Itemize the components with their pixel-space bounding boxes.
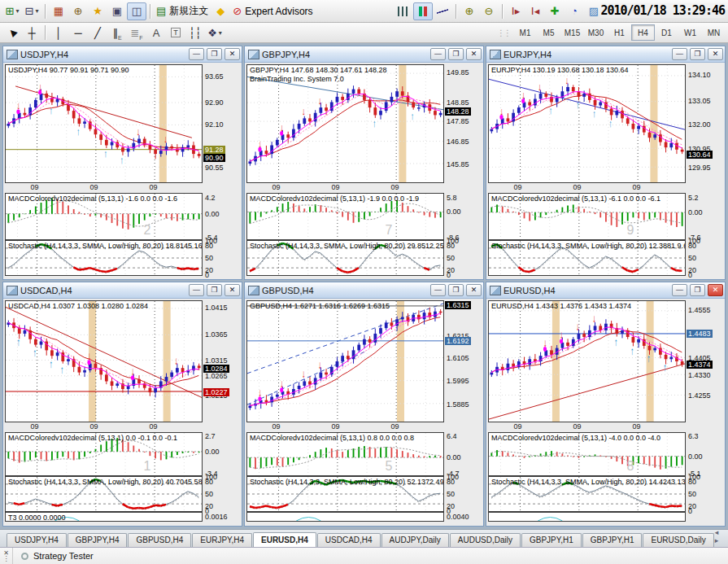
tab-scroll-arrows[interactable]: ◂ ▸ xyxy=(715,528,725,547)
data-window-button[interactable]: ◫ xyxy=(127,2,146,20)
stochastic-indicator-pane[interactable]: Stochastic (H4,14,3,3, SMMA, Low/High, 8… xyxy=(5,476,203,512)
restore-button[interactable]: ❐ xyxy=(448,48,464,60)
window-titlebar-usdjpy[interactable]: USDJPY,H4—❐✕ xyxy=(3,46,242,63)
timeframe-button-h4[interactable]: H4 xyxy=(631,24,655,41)
chart-tab-gbpusd-h4[interactable]: GBPUSD,H4 xyxy=(128,533,191,547)
window-titlebar-gbpjpy[interactable]: GBPJPY,H4—❐✕ xyxy=(245,46,483,63)
chart-tab-eurjpy-h4[interactable]: EURJPY,H4 xyxy=(192,533,252,547)
text-button[interactable]: A xyxy=(146,24,166,42)
metaeditor-button[interactable]: ◆ xyxy=(211,2,230,20)
macd-scale[interactable]: 6.30.00-5.1 xyxy=(686,432,723,476)
price-scale[interactable]: 1.45551.44051.43301.42551.44831.4374 xyxy=(686,300,723,422)
price-chart-pane[interactable]: ↓↓↓↑↓↑↑↑EURJPY,H4 130.19 130.68 130.18 1… xyxy=(488,64,686,183)
price-chart-pane[interactable]: ↓↓↑↑↑↑↓↓USDJPY,H4 90.77 90.91 90.71 90.9… xyxy=(5,64,203,183)
stochastic-scale[interactable]: 1008050200 xyxy=(686,476,723,512)
stochastic-indicator-pane[interactable]: Stochastic (H4,14,3,3, SMMA, Low/High, 8… xyxy=(488,240,686,276)
macd-scale[interactable]: 6.40.00-4.7 xyxy=(444,432,482,476)
zoom-out-button[interactable]: ⊖ xyxy=(479,2,499,20)
minimize-button[interactable]: — xyxy=(189,284,204,296)
t3-scale[interactable] xyxy=(686,512,723,522)
stochastic-scale[interactable]: 1008050200 xyxy=(203,476,240,512)
time-axis[interactable]: 090909 xyxy=(246,183,444,193)
timeframe-button-m15[interactable]: M15 xyxy=(560,24,584,41)
panel-close-button[interactable]: ✕⋮ xyxy=(0,548,13,564)
macd-indicator-pane[interactable]: MACDColoredv102decimal (5,13,1) -1.6 0.0… xyxy=(5,193,203,240)
window-titlebar-gbpusd[interactable]: GBPUSD,H4—❐✕ xyxy=(245,282,483,299)
close-button[interactable]: ✕ xyxy=(225,284,240,296)
t3-scale[interactable]: 0.0016 xyxy=(203,512,240,522)
chart-tab-audusd-daily[interactable]: AUDUSD,Daily xyxy=(450,533,521,547)
profiles-button[interactable]: ⊟▾ xyxy=(22,2,41,20)
vertical-line-button[interactable]: │ xyxy=(49,24,68,42)
stochastic-indicator-pane[interactable]: Stochastic (H4,14,3,3, SMMA, Low/High, 8… xyxy=(5,240,203,276)
stochastic-indicator-pane[interactable]: Stochastic (H4,14,3,3, SMMA, Low/High, 8… xyxy=(246,476,444,512)
macd-scale[interactable]: 4.20.00-5.4 xyxy=(203,193,240,240)
new-order-button[interactable]: ▤新規注文 xyxy=(154,2,211,20)
timeframe-button-d1[interactable]: D1 xyxy=(655,24,678,41)
text-label-button[interactable]: T xyxy=(166,24,185,42)
t3-indicator-pane[interactable]: T3 0.0000 0.0000 xyxy=(5,512,203,522)
chart-tab-gbpjpy-h4[interactable]: GBPJPY,H4 xyxy=(68,533,128,547)
line-chart-button[interactable] xyxy=(433,2,452,20)
stochastic-scale[interactable]: 1008050200 xyxy=(203,240,240,276)
crosshair-button[interactable]: ┼ xyxy=(22,24,41,42)
minimize-button[interactable]: — xyxy=(430,284,446,296)
timeframe-button-h1[interactable]: H1 xyxy=(608,24,631,41)
restore-button[interactable]: ❐ xyxy=(207,48,222,60)
timeframe-button-m5[interactable]: M5 xyxy=(537,24,560,41)
close-button[interactable]: ✕ xyxy=(225,48,240,60)
time-axis[interactable]: 090909 xyxy=(5,183,203,193)
chart-tab-eurusd-h4[interactable]: EURUSD,H4 xyxy=(253,532,316,547)
restore-button[interactable]: ❐ xyxy=(690,48,705,60)
arrows-button[interactable]: ❖▾ xyxy=(205,24,225,42)
price-chart-pane[interactable]: ↓↓↓↓↑↑↑↑EURUSD,H4 1.4343 1.4376 1.4343 1… xyxy=(488,300,686,422)
price-scale[interactable]: 1.04151.03651.03151.02651.02151.02841.02… xyxy=(203,300,240,422)
chart-tab-gbpjpy-h1[interactable]: GBPJPY,H1 xyxy=(582,533,643,547)
toolbar-drag-handle[interactable]: ⋮⋮ xyxy=(497,28,510,37)
chart-tab-eurusd-daily[interactable]: EURUSD,Daily xyxy=(643,533,713,547)
minimize-button[interactable]: — xyxy=(672,284,687,296)
timeframe-button-m1[interactable]: M1 xyxy=(513,24,537,41)
price-scale[interactable]: 1.62151.61051.59951.58851.63151.6192 xyxy=(444,300,482,422)
periods-button[interactable]: ◔ xyxy=(565,2,584,20)
restore-button[interactable]: ❐ xyxy=(207,284,222,296)
chart-tab-usdcad-h4[interactable]: USDCAD,H4 xyxy=(317,533,381,547)
new-chart-caret-icon[interactable]: ▾ xyxy=(15,7,19,15)
price-chart-pane[interactable]: ↓↓↓↓↑↑GBPJPY,H4 147.68 148.30 147.61 148… xyxy=(246,64,444,183)
t3-indicator-pane[interactable] xyxy=(246,512,444,522)
time-axis[interactable]: 090909 xyxy=(5,422,203,432)
auto-scroll-button[interactable]: Ⅰ▸ xyxy=(506,2,525,20)
close-button[interactable]: ✕ xyxy=(466,48,482,60)
profiles-caret-icon[interactable]: ▾ xyxy=(35,7,38,15)
restore-button[interactable]: ❐ xyxy=(448,284,464,296)
equidistant-channel-button[interactable]: ∥E xyxy=(107,24,127,42)
macd-scale[interactable]: 5.20.00-7.6 xyxy=(686,193,723,240)
window-titlebar-eurusd[interactable]: EURUSD,H4—❐✕ xyxy=(486,282,725,299)
t3-indicator-pane[interactable] xyxy=(488,512,686,522)
macd-indicator-pane[interactable]: MACDColoredv102decimal (5,13,1) -6.1 0.0… xyxy=(488,193,686,240)
time-axis[interactable]: 090909 xyxy=(488,422,686,432)
arrows-caret-icon[interactable]: ▾ xyxy=(219,29,222,37)
horizontal-line-button[interactable]: ─ xyxy=(68,24,88,42)
fibonacci-button[interactable]: ≣F xyxy=(127,24,146,42)
t3-scale[interactable]: 0.0040 xyxy=(444,512,482,522)
chart-shift-button[interactable]: Ⅰ◂ xyxy=(525,2,545,20)
expert-advisors-button[interactable]: ⊘Expert Advisors xyxy=(230,2,315,20)
close-button[interactable]: ✕ xyxy=(708,48,723,60)
price-chart-pane[interactable]: ↑↑↑↑↓↓↓USDCAD,H4 1.0307 1.0308 1.0280 1.… xyxy=(5,300,203,422)
history-center-button[interactable]: ★ xyxy=(88,2,107,20)
restore-button[interactable]: ❐ xyxy=(690,284,705,296)
candlestick-button[interactable] xyxy=(413,2,433,20)
macd-scale[interactable]: 2.70.00-3.4 xyxy=(203,432,240,476)
price-scale[interactable]: 134.10133.05132.00130.95129.95130.64 xyxy=(686,64,723,183)
time-axis[interactable]: 090909 xyxy=(488,183,686,193)
macd-indicator-pane[interactable]: MACDColoredv102decimal (5,13,1) 0.0 -0.1… xyxy=(5,432,203,476)
macd-indicator-pane[interactable]: MACDColoredv102decimal (5,13,1) 0.8 0.0 … xyxy=(246,432,444,476)
timeframe-button-mn[interactable]: MN xyxy=(702,24,726,41)
close-button[interactable]: ✕ xyxy=(708,284,723,296)
close-button[interactable]: ✕ xyxy=(466,284,482,296)
terminal-button[interactable]: ▣ xyxy=(107,2,127,20)
stochastic-indicator-pane[interactable]: Stochastic (H4,14,3,3, SMMA, Low/High, 8… xyxy=(246,240,444,276)
trendline-button[interactable]: ╱ xyxy=(88,24,107,42)
cycle-lines-button[interactable]: ┆┆ xyxy=(185,24,205,42)
